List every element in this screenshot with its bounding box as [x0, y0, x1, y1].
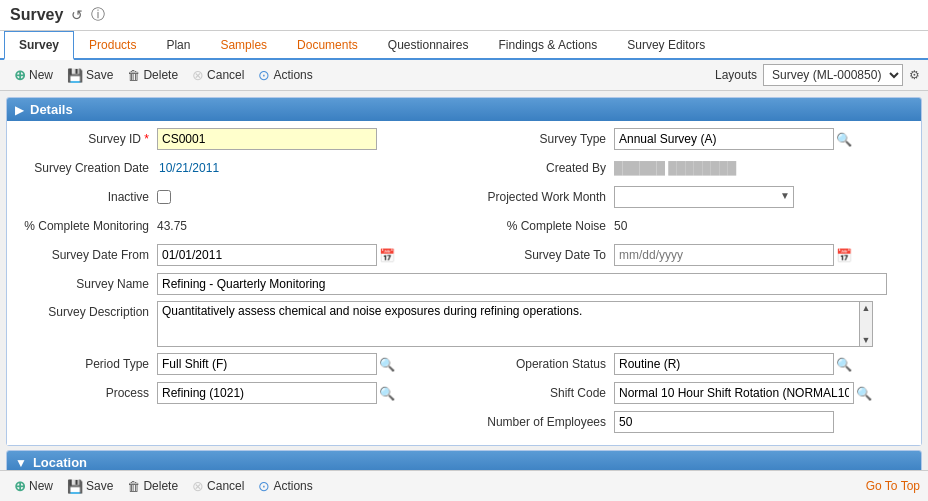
form-row-creation-date: Survey Creation Date 10/21/2011 Created … — [17, 156, 911, 180]
save-icon: 💾 — [67, 68, 83, 83]
scroll-up-icon[interactable]: ▲ — [861, 302, 872, 314]
bottom-save-icon: 💾 — [67, 479, 83, 494]
delete-icon: 🗑 — [127, 68, 140, 83]
cancel-icon: ⊗ — [192, 67, 204, 83]
created-by-label: Created By — [464, 161, 614, 175]
pct-monitoring-label: % Complete Monitoring — [17, 219, 157, 233]
survey-description-label: Survey Description — [17, 301, 157, 319]
period-type-search-btn[interactable]: 🔍 — [379, 357, 395, 372]
info-icon[interactable]: ⓘ — [91, 6, 105, 24]
actions-icon: ⊙ — [258, 67, 270, 83]
bottom-actions-icon: ⊙ — [258, 478, 270, 494]
location-collapse-icon: ▼ — [15, 456, 27, 470]
period-type-label: Period Type — [17, 357, 157, 371]
survey-date-from-input[interactable] — [157, 244, 377, 266]
survey-type-label: Survey Type — [464, 132, 614, 146]
tab-survey-editors[interactable]: Survey Editors — [612, 31, 720, 60]
survey-id-label: Survey ID * — [17, 132, 157, 146]
pct-noise-value: 50 — [614, 219, 627, 233]
process-search-btn[interactable]: 🔍 — [379, 386, 395, 401]
projected-work-month-label: Projected Work Month — [464, 190, 614, 204]
form-row-pct-complete: % Complete Monitoring 43.75 % Complete N… — [17, 214, 911, 238]
date-from-cal-btn[interactable]: 📅 — [379, 248, 395, 263]
operation-status-search-btn[interactable]: 🔍 — [836, 357, 852, 372]
toolbar: ⊕ New 💾 Save 🗑 Delete ⊗ Cancel ⊙ Actions… — [0, 60, 928, 91]
required-mark: * — [144, 132, 149, 146]
process-label: Process — [17, 386, 157, 400]
shift-code-label: Shift Code — [464, 386, 614, 400]
bottom-delete-icon: 🗑 — [127, 479, 140, 494]
layouts-select[interactable]: Survey (ML-000850) — [763, 64, 903, 86]
pct-monitoring-value: 43.75 — [157, 219, 187, 233]
tab-samples[interactable]: Samples — [205, 31, 282, 60]
tab-products[interactable]: Products — [74, 31, 151, 60]
form-row-survey-name: Survey Name — [17, 272, 911, 296]
pct-noise-label: % Complete Noise — [464, 219, 614, 233]
inactive-checkbox[interactable] — [157, 190, 171, 204]
form-row-process: Process 🔍 Shift Code 🔍 — [17, 381, 911, 405]
bottom-save-button[interactable]: 💾 Save — [61, 475, 119, 497]
bottom-actions-button[interactable]: ⊙ Actions — [252, 475, 318, 497]
tab-bar: Survey Products Plan Samples Documents Q… — [0, 31, 928, 60]
tab-plan[interactable]: Plan — [151, 31, 205, 60]
config-icon[interactable]: ⚙ — [909, 68, 920, 82]
form-row-survey-dates: Survey Date From 📅 Survey Date To 📅 — [17, 243, 911, 267]
scroll-down-icon[interactable]: ▼ — [861, 334, 872, 346]
bottom-cancel-button[interactable]: ⊗ Cancel — [186, 475, 250, 497]
section-collapse-icon: ▶ — [15, 103, 24, 117]
date-to-cal-btn[interactable]: 📅 — [836, 248, 852, 263]
bottom-left-buttons: ⊕ New 💾 Save 🗑 Delete ⊗ Cancel ⊙ Actions — [8, 475, 319, 497]
survey-date-to-input[interactable] — [614, 244, 834, 266]
survey-type-input[interactable] — [614, 128, 834, 150]
survey-name-label: Survey Name — [17, 277, 157, 291]
bottom-delete-button[interactable]: 🗑 Delete — [121, 475, 184, 497]
new-icon: ⊕ — [14, 67, 26, 83]
details-form: Survey ID * Survey Type 🔍 Survey Creatio… — [7, 121, 921, 445]
survey-creation-date-value: 10/21/2011 — [157, 161, 219, 175]
details-section-header[interactable]: ▶ Details — [7, 98, 921, 121]
description-scrollbar[interactable]: ▲ ▼ — [859, 301, 873, 347]
form-row-period-type: Period Type 🔍 Operation Status 🔍 — [17, 352, 911, 376]
bottom-toolbar: ⊕ New 💾 Save 🗑 Delete ⊗ Cancel ⊙ Actions… — [0, 470, 928, 501]
survey-id-input[interactable] — [157, 128, 377, 150]
description-wrapper: Quantitatively assess chemical and noise… — [157, 301, 873, 347]
process-input[interactable] — [157, 382, 377, 404]
tab-questionnaires[interactable]: Questionnaires — [373, 31, 484, 60]
form-row-inactive: Inactive Projected Work Month — [17, 185, 911, 209]
num-employees-label: Number of Employees — [464, 415, 614, 429]
location-section-title: Location — [33, 455, 87, 470]
undo-icon[interactable]: ↺ — [71, 7, 83, 23]
actions-button[interactable]: ⊙ Actions — [252, 64, 318, 86]
save-button[interactable]: 💾 Save — [61, 65, 119, 86]
operation-status-label: Operation Status — [464, 357, 614, 371]
page-header: Survey ↺ ⓘ — [0, 0, 928, 31]
delete-button[interactable]: 🗑 Delete — [121, 65, 184, 86]
projected-work-month-select[interactable] — [614, 186, 794, 208]
form-row-survey-description: Survey Description Quantitatively assess… — [17, 301, 911, 347]
page-title: Survey — [10, 6, 63, 24]
tab-survey[interactable]: Survey — [4, 31, 74, 60]
inactive-label: Inactive — [17, 190, 157, 204]
go-to-top-link[interactable]: Go To Top — [866, 479, 920, 493]
layouts-label: Layouts — [715, 68, 757, 82]
num-employees-input[interactable] — [614, 411, 834, 433]
period-type-input[interactable] — [157, 353, 377, 375]
tab-documents[interactable]: Documents — [282, 31, 373, 60]
bottom-new-button[interactable]: ⊕ New — [8, 475, 59, 497]
survey-description-textarea[interactable]: Quantitatively assess chemical and noise… — [157, 301, 873, 347]
survey-name-input[interactable] — [157, 273, 887, 295]
shift-code-search-btn[interactable]: 🔍 — [856, 386, 872, 401]
survey-date-from-label: Survey Date From — [17, 248, 157, 262]
tab-findings-actions[interactable]: Findings & Actions — [484, 31, 613, 60]
new-button[interactable]: ⊕ New — [8, 64, 59, 86]
details-section-title: Details — [30, 102, 73, 117]
survey-type-search-btn[interactable]: 🔍 — [836, 132, 852, 147]
form-row-survey-id: Survey ID * Survey Type 🔍 — [17, 127, 911, 151]
survey-creation-date-label: Survey Creation Date — [17, 161, 157, 175]
cancel-button[interactable]: ⊗ Cancel — [186, 64, 250, 86]
details-section: ▶ Details Survey ID * Survey Type 🔍 Surv… — [6, 97, 922, 446]
form-row-employees: Number of Employees — [17, 410, 911, 434]
bottom-new-icon: ⊕ — [14, 478, 26, 494]
shift-code-input[interactable] — [614, 382, 854, 404]
operation-status-input[interactable] — [614, 353, 834, 375]
